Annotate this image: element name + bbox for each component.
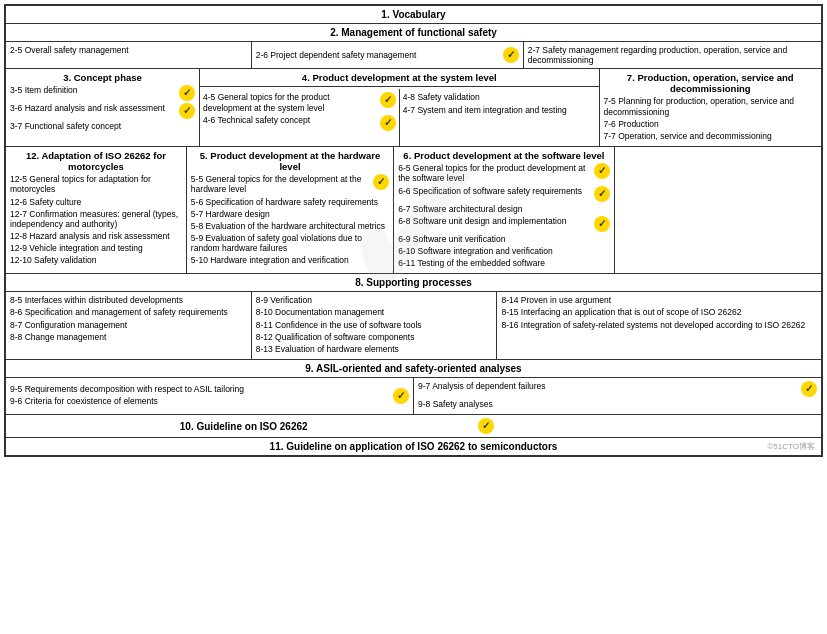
asil-4: 9-8 Safety analyses [418,399,817,409]
mgmt-cell-2: 2-6 Project dependent safety management … [252,42,524,68]
sw-3: 6-7 Software architectural design [398,204,610,214]
prod-item-1: 7-5 Planning for production, operation, … [604,96,817,116]
sw-item-1: 6-5 General topics for the product devel… [398,163,594,183]
sup-9: 8-13 Evaluation of hardware elements [256,344,493,354]
supporting-title: 8. Supporting processes [355,277,472,288]
mgmt-item-3: 2-7 Safety management regarding producti… [528,45,787,65]
sys-item-4: 4-7 System and item integration and test… [403,105,596,115]
mgmt-header: 2. Management of functional safety [6,24,821,42]
sw-6: 6-10 Software integration and verificati… [398,246,610,256]
sup-6: 8-10 Documentation management [256,307,493,317]
mgmt-cell-3: 2-7 Safety management regarding producti… [524,42,821,68]
sys-item-2: 4-6 Technical safety concept [203,115,380,125]
system-cell: 4. Product development at the system lev… [200,69,600,146]
mgmt-item-1: 2-5 Overall safety management [10,45,129,55]
sw-check-2: ✓ [594,186,610,202]
asil-check-col1: ✓ [393,388,409,404]
prod-item-1-row: 7-5 Planning for production, operation, … [604,96,817,116]
sys-item-1: 4-5 General topics for the product devel… [203,92,380,112]
concept-item-3: 3-7 Functional safety concept [10,121,195,131]
software-header: 6. Product development at the software l… [398,150,610,161]
sup-10: 8-14 Proven in use argument [501,295,817,305]
sw-1: 6-5 General topics for the product devel… [398,163,610,183]
prod-item-3-row: 7-7 Operation, service and decommissioni… [604,131,817,141]
main-container: 1. Vocabulary 2. Management of functiona… [4,4,823,457]
asil-row: 9-5 Requirements decomposition with resp… [6,378,821,415]
sys-item-1-row: 4-5 General topics for the product devel… [203,92,396,112]
sup-2: 8-6 Specification and management of safe… [10,307,247,317]
hw-item-1: 5-5 General topics for the development a… [191,174,373,194]
sw-item-6: 6-10 Software integration and verificati… [398,246,610,256]
guideline1-text: 10. Guideline on ISO 26262 [180,421,308,432]
hw-item-2: 5-6 Specification of hardware safety req… [191,197,389,207]
sup-12: 8-16 Integration of safety-related syste… [501,320,817,330]
moto-2: 12-6 Safety culture [10,197,182,207]
sw-check-1: ✓ [594,163,610,179]
hw-check-1: ✓ [373,174,389,190]
prod-item-2: 7-6 Production [604,119,817,129]
sys-item-2-row: 4-6 Technical safety concept ✓ [203,115,396,131]
sys-item-3: 4-8 Safety validation [403,92,596,102]
sw-5: 6-9 Software unit verification [398,234,610,244]
moto-4: 12-8 Hazard analysis and risk assessment [10,231,182,241]
sup-7: 8-11 Confidence in the use of software t… [256,320,493,330]
moto-1: 12-5 General topics for adaptation for m… [10,174,182,194]
watermark-text: ©51CTO博客 [767,441,815,452]
mgmt-check-2: ✓ [503,47,519,63]
concept-item-3-row: 3-7 Functional safety concept [10,121,195,131]
guideline1-check: ✓ [478,418,494,434]
hardware-header: 5. Product development at the hardware l… [191,150,389,172]
motorcycle-header: 12. Adaptation of ISO 26262 for motorcyc… [10,150,182,172]
hw-6: 5-10 Hardware integration and verificati… [191,255,389,265]
system-header: 4. Product development at the system lev… [200,69,599,87]
hw-sw-row: 12. Adaptation of ISO 26262 for motorcyc… [6,147,821,274]
asil-title: 9. ASIL-oriented and safety-oriented ana… [305,363,521,374]
supporting-col3: 8-14 Proven in use argument 8-15 Interfa… [497,292,821,359]
concept-item-2: 3-6 Hazard analysis and risk assessment [10,103,179,113]
sw-item-2: 6-6 Specification of software safety req… [398,186,594,196]
moto-item-6: 12-10 Safety validation [10,255,182,265]
system-right: 4-8 Safety validation 4-7 System and ite… [400,89,599,146]
concept-header: 3. Concept phase [10,72,195,83]
asil-3: 9-7 Analysis of dependent failures [418,381,801,391]
moto-item-2: 12-6 Safety culture [10,197,182,207]
hw-5: 5-9 Evaluation of safety goal violations… [191,233,389,253]
moto-item-4: 12-8 Hazard analysis and risk assessment [10,231,182,241]
asil-1: 9-5 Requirements decomposition with resp… [10,384,389,394]
concept-item-2-row: 3-6 Hazard analysis and risk assessment … [10,103,195,119]
asil-2: 9-6 Criteria for coexistence of elements [10,396,389,406]
concept-check-1: ✓ [179,85,195,101]
production-header: 7. Production, operation, service and de… [604,72,817,94]
moto-5: 12-9 Vehicle integration and testing [10,243,182,253]
guideline2-row: 11. Guideline on application of ISO 2626… [6,438,821,455]
hw-1: 5-5 General topics for the development a… [191,174,389,194]
sys-check-1: ✓ [380,92,396,108]
hw-2: 5-6 Specification of hardware safety req… [191,197,389,207]
sw-4: 6-8 Software unit design and implementat… [398,216,610,232]
hw-item-6: 5-10 Hardware integration and verificati… [191,255,389,265]
supporting-col1: 8-5 Interfaces within distributed develo… [6,292,252,359]
software-cell: 6. Product development at the software l… [394,147,615,273]
sup-5: 8-9 Verification [256,295,493,305]
supporting-col2: 8-9 Verification 8-10 Documentation mana… [252,292,498,359]
mgmt-cell-1: 2-5 Overall safety management [6,42,252,68]
vocab-header: 1. Vocabulary [6,6,821,24]
concept-item-1: 3-5 Item definition [10,85,179,95]
supporting-header: 8. Supporting processes [6,274,821,292]
sup-3: 8-7 Configuration management [10,320,247,330]
hw-4: 5-8 Evaluation of the hardware architect… [191,221,389,231]
sup-11: 8-15 Interfacing an application that is … [501,307,817,317]
asil-check-3: ✓ [801,381,817,397]
motorcycle-cell: 12. Adaptation of ISO 26262 for motorcyc… [6,147,187,273]
guideline1-cell: 10. Guideline on ISO 26262 [9,421,478,432]
sw-item-3: 6-7 Software architectural design [398,204,610,214]
sw-7: 6-11 Testing of the embedded software [398,258,610,268]
hw-item-5: 5-9 Evaluation of safety goal violations… [191,233,389,253]
concept-system-row: 3. Concept phase 3-5 Item definition ✓ 3… [6,69,821,147]
hw-item-4: 5-8 Evaluation of the hardware architect… [191,221,389,231]
mgmt-row: 2-5 Overall safety management 2-6 Projec… [6,42,821,69]
mgmt-item-2: 2-6 Project dependent safety management [256,50,503,60]
mgmt-title: 2. Management of functional safety [330,27,497,38]
sys-item-3-row: 4-8 Safety validation [403,92,596,102]
supporting-row: 8-5 Interfaces within distributed develo… [6,292,821,360]
